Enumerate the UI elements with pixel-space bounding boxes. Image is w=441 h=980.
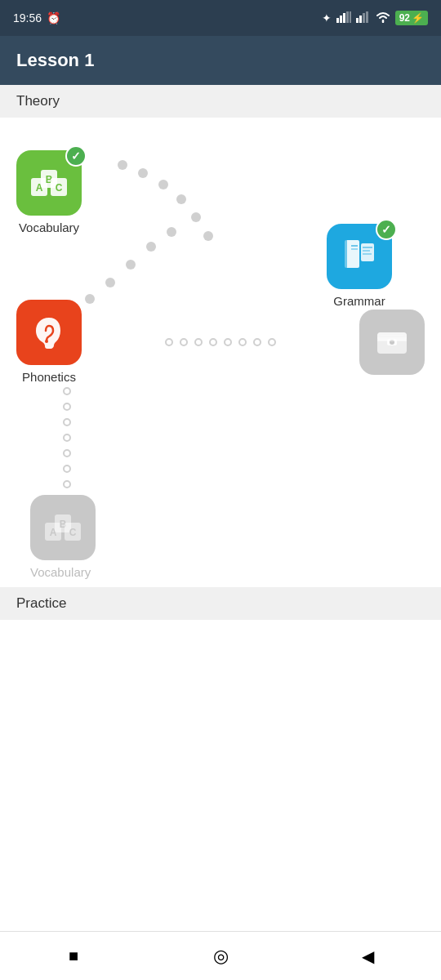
signal-icon-1 <box>336 11 351 25</box>
svg-rect-2 <box>343 13 345 23</box>
svg-rect-6 <box>359 16 362 23</box>
svg-point-23 <box>126 260 136 270</box>
svg-rect-8 <box>366 11 368 23</box>
lesson-header: Lesson 1 <box>0 36 441 85</box>
phonetics-label: Phonetics <box>22 370 76 384</box>
vertical-dots <box>16 387 425 488</box>
phonetics-icon[interactable] <box>16 300 82 365</box>
phonetics-row: Phonetics <box>16 300 425 384</box>
home-button[interactable]: ◎ <box>206 942 235 971</box>
svg-point-16 <box>138 168 148 178</box>
svg-text:B: B <box>60 519 67 530</box>
svg-text:B: B <box>46 174 53 185</box>
svg-rect-30 <box>351 248 358 250</box>
svg-rect-1 <box>340 16 342 23</box>
svg-rect-28 <box>345 240 347 268</box>
svg-text:A: A <box>36 182 43 194</box>
svg-rect-4 <box>350 11 351 23</box>
svg-rect-33 <box>363 250 370 252</box>
svg-rect-13 <box>51 178 67 196</box>
svg-text:A: A <box>50 527 57 538</box>
practice-section-header: Practice <box>0 587 441 620</box>
grammar-icon[interactable]: ✓ <box>327 224 392 289</box>
chest-item[interactable] <box>359 310 425 375</box>
svg-point-19 <box>191 212 201 222</box>
lesson-title: Lesson 1 <box>16 50 94 71</box>
alarm-icon: ⏰ <box>47 11 60 24</box>
vdot-3 <box>63 418 71 426</box>
svg-rect-34 <box>363 253 372 255</box>
svg-rect-47 <box>65 523 81 541</box>
lesson-content: A B C ✓ Vocabulary <box>0 118 441 579</box>
bottom-nav: ■ ◎ ◀ <box>0 931 441 980</box>
bluetooth-icon: ✦ <box>322 11 332 24</box>
battery-indicator: 92 ⚡ <box>395 11 428 25</box>
svg-point-18 <box>176 194 186 204</box>
vdot-6 <box>63 465 71 473</box>
status-right: ✦ 92 ⚡ <box>322 11 428 25</box>
grammar-row: ✓ Grammar <box>16 224 425 308</box>
wifi-icon <box>376 11 390 25</box>
back-button[interactable]: ◀ <box>353 942 382 971</box>
phonetics-dots <box>82 338 359 346</box>
svg-rect-31 <box>361 243 374 261</box>
svg-point-35 <box>45 340 48 343</box>
phonetics-item[interactable]: Phonetics <box>16 300 82 384</box>
svg-rect-43 <box>45 523 61 541</box>
vocabulary2-label: Vocabulary <box>30 565 91 579</box>
svg-rect-11 <box>41 170 57 188</box>
vdot-7 <box>63 480 71 488</box>
svg-rect-45 <box>55 514 71 532</box>
grammar-item[interactable]: ✓ Grammar <box>327 224 392 308</box>
svg-point-17 <box>158 180 168 189</box>
theory-section-header: Theory <box>0 85 441 118</box>
time: 19:56 <box>13 11 42 24</box>
vocabulary1-icon[interactable]: A B C ✓ <box>16 150 82 216</box>
svg-rect-27 <box>345 240 359 268</box>
grammar-label: Grammar <box>333 294 385 308</box>
svg-rect-32 <box>363 247 372 248</box>
vdot-1 <box>63 387 71 395</box>
svg-text:C: C <box>56 182 63 194</box>
svg-point-25 <box>85 294 95 304</box>
vocabulary2-item[interactable]: A B C Vocabulary <box>16 495 425 579</box>
stop-button[interactable]: ■ <box>59 942 88 971</box>
vdot-2 <box>63 403 71 411</box>
svg-point-15 <box>118 160 127 170</box>
svg-rect-5 <box>356 18 359 23</box>
status-bar: 19:56 ⏰ ✦ 92 ⚡ <box>0 0 441 36</box>
grammar-check: ✓ <box>376 219 397 240</box>
svg-rect-0 <box>336 18 339 23</box>
vocabulary2-icon[interactable]: A B C <box>30 495 96 560</box>
svg-rect-3 <box>346 11 349 23</box>
svg-point-24 <box>105 278 115 287</box>
svg-rect-7 <box>363 13 365 23</box>
vocabulary1-item[interactable]: A B C ✓ Vocabulary <box>16 150 82 234</box>
svg-text:C: C <box>69 527 77 538</box>
signal-icon-2 <box>356 11 371 25</box>
svg-rect-9 <box>31 178 47 196</box>
svg-point-22 <box>146 242 156 252</box>
svg-rect-29 <box>351 245 358 247</box>
svg-point-21 <box>167 227 176 237</box>
status-left: 19:56 ⏰ <box>13 11 60 24</box>
vdot-4 <box>63 434 71 442</box>
vdot-5 <box>63 449 71 457</box>
